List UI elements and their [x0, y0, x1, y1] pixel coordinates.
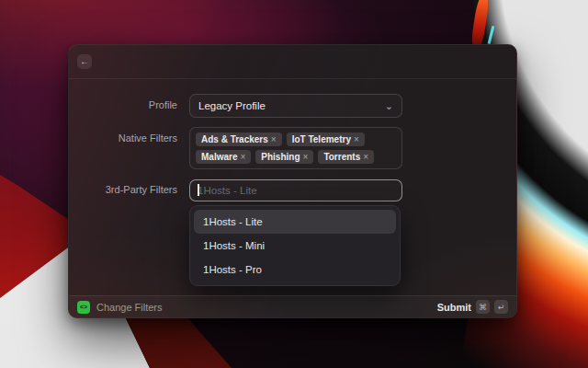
chevron-down-icon: ⌄: [385, 102, 393, 109]
third-party-filters-input-wrap: [189, 179, 402, 201]
remove-icon[interactable]: ×: [363, 152, 368, 162]
third-party-filters-row: 3rd-Party Filters: [69, 179, 402, 201]
filter-tag-label: Torrents: [323, 152, 360, 162]
back-icon: ←: [80, 57, 89, 66]
submit-button[interactable]: Submit ⌘ ↵: [437, 300, 508, 314]
extension-icon: <>: [77, 301, 90, 314]
profile-select[interactable]: Legacy Profile ⌄: [189, 94, 402, 118]
action-bar-title: Change Filters: [96, 302, 163, 313]
remove-icon[interactable]: ×: [240, 152, 245, 162]
dropdown-option[interactable]: 1Hosts - Lite: [194, 210, 396, 234]
third-party-filters-label: 3rd-Party Filters: [69, 179, 177, 200]
filters-form-window: ← Profile Legacy Profile ⌄ Native Filter…: [68, 44, 517, 318]
filter-tag[interactable]: Phishing ×: [255, 150, 313, 164]
suggestions-dropdown: 1Hosts - Lite 1Hosts - Mini 1Hosts - Pro: [189, 205, 401, 286]
filter-tag-label: Malware: [201, 152, 237, 162]
native-filters-label: Native Filters: [69, 127, 177, 144]
filter-tag[interactable]: Torrents ×: [318, 150, 374, 164]
filter-tag-label: Phishing: [261, 152, 300, 162]
dropdown-option[interactable]: 1Hosts - Mini: [194, 234, 396, 258]
action-bar: <> Change Filters Submit ⌘ ↵: [69, 295, 516, 317]
return-key-icon: ↵: [494, 300, 508, 314]
submit-label: Submit: [437, 302, 471, 313]
profile-select-value: Legacy Profile: [198, 100, 266, 111]
back-button[interactable]: ←: [77, 54, 92, 69]
filter-tag[interactable]: Ads & Trackers ×: [196, 132, 282, 146]
native-filters-row: Native Filters Ads & Trackers × IoT Tele…: [69, 127, 402, 169]
third-party-filters-input[interactable]: [190, 180, 401, 201]
filter-tag[interactable]: Malware ×: [196, 150, 251, 164]
dropdown-option[interactable]: 1Hosts - Pro: [194, 258, 396, 282]
profile-label: Profile: [69, 94, 177, 116]
extension-icon-glyph: <>: [80, 304, 87, 310]
filter-tag-label: Ads & Trackers: [201, 134, 268, 144]
filter-tag[interactable]: IoT Telemetry ×: [287, 132, 365, 146]
text-caret: [198, 184, 199, 196]
cmd-key-icon: ⌘: [476, 300, 490, 314]
profile-row: Profile Legacy Profile ⌄: [69, 94, 402, 118]
remove-icon[interactable]: ×: [354, 134, 359, 144]
remove-icon[interactable]: ×: [303, 152, 309, 162]
filter-tag-label: IoT Telemetry: [292, 134, 351, 144]
native-filters-tagbox[interactable]: Ads & Trackers × IoT Telemetry × Malware…: [189, 127, 402, 169]
window-header: ←: [69, 45, 516, 79]
remove-icon[interactable]: ×: [271, 134, 277, 144]
